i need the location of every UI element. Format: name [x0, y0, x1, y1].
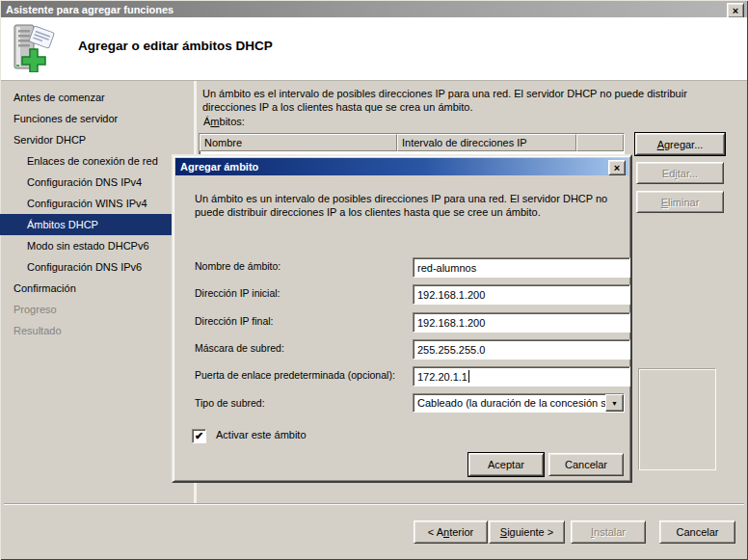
cancel-dialog-button[interactable]: Cancelar	[548, 453, 624, 476]
sidebar-item-label: Enlaces de conexión de red	[27, 155, 158, 167]
end-ip-input[interactable]: 192.168.1.200	[413, 312, 630, 333]
sidebar-item-confirmacion[interactable]: Confirmación	[0, 278, 194, 299]
edit-scope-button: Editar...	[636, 162, 724, 184]
sidebar-item-label: Modo sin estado DHCPv6	[27, 240, 149, 252]
dialog-title: Agregar ámbito	[180, 161, 258, 173]
activate-scope-label: Activar este ámbito	[216, 429, 307, 440]
cancel-wizard-button[interactable]: Cancelar	[659, 520, 735, 544]
sidebar-item-label: Ámbitos DHCP	[27, 219, 98, 230]
close-icon: ×	[614, 162, 620, 173]
sidebar-item-label: Configuración DNS IPv4	[27, 176, 142, 188]
sidebar-item-label: Progreso	[13, 304, 57, 315]
close-icon: ×	[733, 5, 738, 16]
window-titlebar[interactable]: Asistente para agregar funciones ×	[1, 1, 747, 18]
add-scope-button[interactable]: Agregar...	[635, 133, 725, 155]
dialog-close-button[interactable]: ×	[608, 160, 626, 175]
check-icon: ✔	[195, 431, 203, 441]
back-button[interactable]: < Anterior	[414, 520, 488, 544]
scopes-list-label: Ámbitos:	[203, 116, 245, 127]
default-gateway-label: Puerta de enlace predeterminada (opciona…	[195, 369, 395, 381]
window-close-button[interactable]: ×	[727, 3, 744, 18]
sidebar-item-funciones-de-servidor[interactable]: Funciones de servidor	[0, 108, 194, 129]
sidebar-item-label: Configuración WINS IPv4	[27, 198, 147, 209]
table-header-intervalo[interactable]: Intervalo de direcciones IP	[397, 134, 576, 151]
sidebar: Antes de comenzar Funciones de servidor …	[0, 87, 194, 341]
sidebar-item-label: Confirmación	[13, 282, 76, 294]
end-ip-label: Dirección IP final:	[195, 315, 274, 327]
sidebar-item-configuracion-dns-ipv6[interactable]: Configuración DNS IPv6	[0, 256, 194, 278]
scopes-table-header: Nombre Intervalo de direcciones IP	[200, 134, 624, 151]
ok-button[interactable]: Aceptar	[468, 453, 544, 476]
sidebar-item-label: Antes de comenzar	[13, 92, 105, 103]
sidebar-item-ambitos-dhcp[interactable]: Ámbitos DHCP	[0, 214, 194, 235]
subnet-mask-label: Máscara de subred:	[195, 342, 284, 354]
wizard-window: Asistente para agregar funciones × Agreg…	[0, 0, 748, 560]
dialog-description-text: Un ámbito es un intervalo de posibles di…	[195, 193, 617, 219]
delete-scope-button: Eliminar	[636, 191, 724, 213]
scope-name-label: Nombre de ámbito:	[195, 260, 280, 272]
sidebar-item-antes-de-comenzar[interactable]: Antes de comenzar	[0, 87, 194, 108]
wizard-header: Agregar o editar ámbitos DHCP	[1, 17, 747, 81]
background-groupbox-fragment	[639, 369, 716, 470]
sidebar-item-label: Resultado	[13, 325, 62, 336]
sidebar-item-label: Servidor DHCP	[13, 134, 86, 146]
default-gateway-input[interactable]: 172.20.1.1	[413, 366, 630, 387]
sidebar-item-label: Funciones de servidor	[13, 113, 118, 124]
activate-scope-checkbox[interactable]: ✔	[192, 429, 206, 443]
subnet-type-select[interactable]: Cableado (la duración de la concesión se…	[413, 393, 625, 413]
sidebar-item-configuracion-wins-ipv4[interactable]: Configuración WINS IPv4	[0, 193, 194, 214]
server-add-icon	[11, 24, 57, 72]
sidebar-item-resultado: Resultado	[0, 320, 194, 341]
text-caret	[468, 370, 469, 383]
add-scope-dialog: Agregar ámbito × Un ámbito es un interva…	[172, 154, 632, 483]
window-title: Asistente para agregar funciones	[6, 4, 174, 15]
subnet-type-label: Tipo de subred:	[195, 397, 265, 409]
sidebar-item-progreso: Progreso	[0, 299, 194, 320]
sidebar-item-modo-sin-estado-dhcpv6[interactable]: Modo sin estado DHCPv6	[0, 235, 194, 256]
start-ip-input[interactable]: 192.168.1.200	[413, 284, 630, 305]
next-button[interactable]: Siguiente >	[489, 520, 565, 544]
start-ip-label: Dirección IP inicial:	[195, 287, 280, 299]
sidebar-item-servidor-dhcp[interactable]: Servidor DHCP	[0, 129, 194, 150]
table-header-spacer	[576, 134, 624, 151]
dropdown-button[interactable]: ▼	[605, 394, 624, 412]
sidebar-item-configuracion-dns-ipv4[interactable]: Configuración DNS IPv4	[0, 172, 194, 193]
sidebar-item-label: Configuración DNS IPv6	[27, 261, 142, 273]
dialog-titlebar[interactable]: Agregar ámbito	[175, 158, 628, 175]
page-title: Agregar o editar ámbitos DHCP	[78, 39, 273, 53]
subnet-mask-input[interactable]: 255.255.255.0	[413, 339, 630, 360]
chevron-down-icon: ▼	[611, 400, 618, 407]
install-button: Instalar	[571, 520, 646, 544]
scope-description-text: Un ámbito es el intervalo de posibles di…	[202, 88, 715, 114]
sidebar-item-enlaces-conexion-red[interactable]: Enlaces de conexión de red	[0, 150, 194, 172]
scope-name-input[interactable]: red-alumnos	[413, 257, 630, 278]
table-header-nombre[interactable]: Nombre	[200, 134, 397, 151]
